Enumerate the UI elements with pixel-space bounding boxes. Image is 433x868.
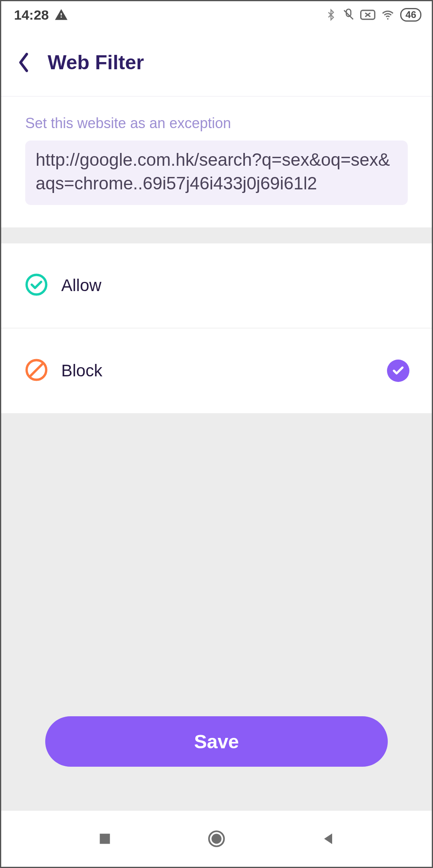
- save-button[interactable]: Save: [45, 716, 388, 767]
- allow-icon: [25, 273, 48, 297]
- exception-label: Set this website as an exception: [25, 115, 408, 132]
- url-input[interactable]: http://google.com.hk/search?q=sex&oq=sex…: [25, 141, 408, 205]
- svg-point-6: [211, 834, 221, 844]
- option-block-label: Block: [61, 361, 373, 380]
- selected-check-icon: [387, 360, 409, 382]
- battery-level: 46: [400, 8, 421, 22]
- wifi-icon: [380, 9, 395, 21]
- option-allow-label: Allow: [61, 276, 409, 295]
- empty-space: [1, 413, 432, 716]
- svg-line-3: [30, 363, 43, 376]
- page-title: Web Filter: [48, 51, 144, 74]
- warning-icon: [54, 8, 68, 22]
- nav-recent-button[interactable]: [89, 823, 121, 855]
- app-bar: Web Filter: [1, 28, 432, 96]
- exception-section: Set this website as an exception http://…: [1, 96, 432, 227]
- bluetooth-icon: [325, 8, 337, 22]
- status-bar: 14:28 46: [1, 1, 432, 28]
- block-icon: [25, 359, 48, 383]
- nav-back-button[interactable]: [312, 823, 344, 855]
- status-time: 14:28: [14, 7, 49, 23]
- divider: [1, 227, 432, 243]
- nav-home-button[interactable]: [200, 823, 233, 855]
- option-block[interactable]: Block: [1, 328, 432, 413]
- back-button[interactable]: [17, 52, 30, 73]
- svg-rect-4: [100, 834, 110, 844]
- no-sim-icon: [360, 9, 375, 21]
- option-allow[interactable]: Allow: [1, 243, 432, 328]
- system-nav-bar: [1, 811, 432, 867]
- mute-icon: [342, 8, 355, 22]
- svg-point-1: [27, 275, 46, 295]
